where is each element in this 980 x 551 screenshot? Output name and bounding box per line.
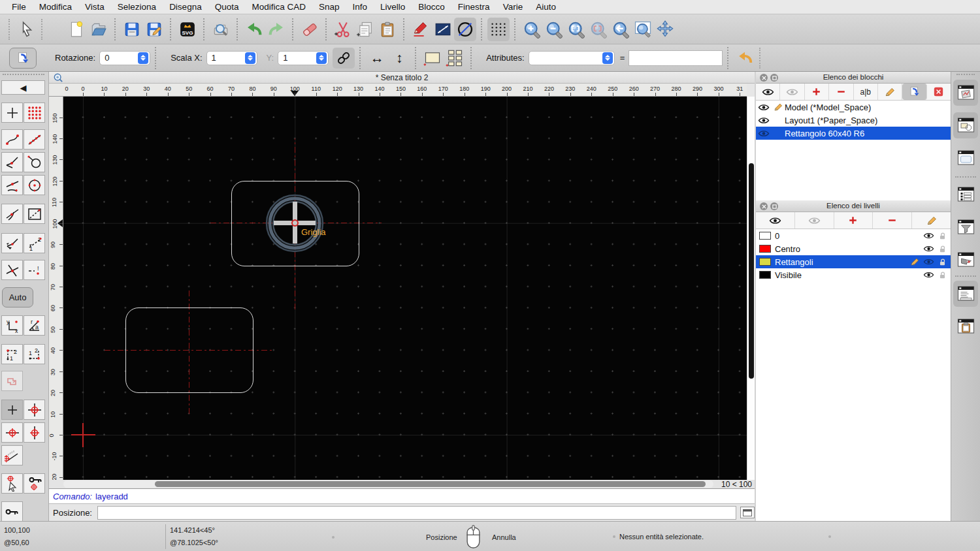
purge-block-button[interactable] (927, 84, 951, 100)
menu-item-aiuto[interactable]: Aiuto (529, 2, 563, 12)
rounded-rectangle-entity[interactable] (125, 307, 253, 393)
dock-toggle-block-list[interactable] (953, 80, 978, 106)
paste-button[interactable] (376, 18, 399, 41)
layer-lock-icon[interactable] (938, 245, 947, 253)
single-entity-button[interactable] (421, 46, 444, 70)
save-as-button[interactable] (143, 18, 165, 41)
flip-vertical-button[interactable]: ↕ (388, 46, 410, 70)
menu-item-vista[interactable]: Vista (78, 2, 111, 12)
visibility-eye-icon[interactable] (758, 129, 770, 138)
grid-toggle-button[interactable] (487, 18, 510, 41)
rotation-combobox[interactable]: 0 (99, 51, 150, 65)
lock-relative-zero-button[interactable] (24, 473, 45, 494)
back-button[interactable]: ◀ (1, 80, 45, 95)
snap-intersection-manual-button[interactable]: ! (24, 260, 45, 280)
flip-horizontal-button[interactable]: ↔ (366, 46, 388, 70)
visibility-eye-icon[interactable] (758, 116, 770, 125)
horizontal-scrollbar[interactable] (63, 480, 713, 488)
coordinate-cartesian-button[interactable]: yx (1, 315, 23, 336)
dock-toggle-library-browser[interactable] (953, 112, 978, 138)
selection-arrow-icon[interactable] (16, 18, 38, 41)
cad-toolbar-back-button[interactable] (9, 48, 37, 69)
remove-layer-button[interactable] (873, 212, 912, 228)
add-block-button[interactable] (805, 84, 829, 100)
restrict-horizontal-button[interactable] (1, 422, 23, 443)
dock-toggle-preview[interactable] (953, 145, 978, 171)
layer-list-item[interactable]: 0 (756, 229, 951, 242)
copy-button[interactable] (354, 18, 376, 41)
restrict-nothing-button[interactable] (1, 400, 23, 420)
print-preview-button[interactable] (210, 18, 232, 41)
restriction-info-button[interactable] (1, 371, 23, 391)
menu-item-varie[interactable]: Varie (497, 2, 530, 12)
snap-grid-button[interactable] (24, 102, 45, 123)
snap-perpendicular-button[interactable] (1, 152, 23, 172)
scale-y-combobox[interactable]: 1 (278, 51, 329, 65)
menu-item-seleziona[interactable]: Seleziona (111, 2, 163, 12)
set-relative-zero-button[interactable] (1, 501, 23, 522)
pick-coordinate-button[interactable] (1, 473, 23, 494)
line-tool-button[interactable] (432, 18, 454, 41)
zoom-auto-button[interactable] (565, 18, 587, 41)
command-window-toggle-button[interactable] (740, 507, 755, 518)
scale-x-combobox[interactable]: 1 (206, 51, 257, 65)
dock-toggle-list-view[interactable] (953, 181, 978, 208)
dock-toggle-command-line[interactable] (953, 281, 978, 307)
insert-block-button[interactable] (902, 84, 926, 100)
layer-visibility-eye-icon[interactable] (923, 245, 934, 253)
menu-item-modifica[interactable]: Modifica (33, 2, 78, 12)
snap-restriction-button[interactable] (1, 233, 23, 253)
block-list-item[interactable]: Model (*Model_Space) (756, 101, 951, 114)
snap-auto-button[interactable] (24, 152, 45, 172)
snap-center-button[interactable] (24, 175, 45, 195)
snap-intersection-button[interactable] (1, 260, 23, 280)
position-input[interactable] (97, 506, 736, 520)
layer-list-item[interactable]: Rettangoli (756, 255, 951, 268)
attributes-combobox[interactable] (529, 51, 615, 65)
auto-snap-button[interactable]: Auto (2, 287, 33, 307)
menu-item-snap[interactable]: Snap (312, 2, 346, 12)
coordinate-relative-button[interactable]: 12 (1, 344, 23, 364)
layer-list-item[interactable]: Centro (756, 242, 951, 255)
open-document-button[interactable] (88, 18, 110, 41)
menu-item-disegna[interactable]: Disegna (163, 2, 208, 12)
hide-all-blocks-button[interactable] (780, 84, 804, 100)
menu-item-finestra[interactable]: Finestra (451, 2, 497, 12)
vertical-scrollbar[interactable] (747, 97, 755, 480)
cut-button[interactable] (332, 18, 354, 41)
menu-item-quota[interactable]: Quota (208, 2, 246, 12)
show-all-layers-button[interactable] (756, 212, 795, 228)
rename-block-button[interactable]: a|b (854, 84, 878, 100)
keep-proportions-chain-button[interactable] (333, 48, 355, 69)
dock-toggle-selection-filter[interactable] (953, 214, 978, 240)
new-document-button[interactable] (65, 18, 88, 41)
menu-item-blocco[interactable]: Blocco (412, 2, 451, 12)
zoom-out-button[interactable] (543, 18, 565, 41)
menu-item-modifica-cad[interactable]: Modifica CAD (245, 2, 312, 12)
menu-item-livello[interactable]: Livello (374, 2, 412, 12)
draft-mode-button[interactable] (454, 18, 476, 41)
edit-pencil-button[interactable] (410, 18, 432, 41)
block-list-item[interactable]: Rettangolo 60x40 R6 (756, 127, 951, 140)
snap-endpoints-button[interactable] (1, 129, 23, 150)
redo-button[interactable] (265, 18, 287, 41)
menu-item-file[interactable]: File (5, 2, 33, 12)
undo-button[interactable] (243, 18, 265, 41)
zoom-window-button[interactable] (632, 18, 654, 41)
zoom-in-button[interactable] (521, 18, 543, 41)
angle-measure-button[interactable] (1, 445, 23, 465)
hide-all-layers-button[interactable] (795, 212, 834, 228)
attribute-value-input[interactable] (629, 50, 723, 66)
remove-block-button[interactable] (829, 84, 853, 100)
zoom-previous-button[interactable] (587, 18, 610, 41)
snap-distance-button[interactable]: 12 (24, 233, 45, 253)
zoom-pan-button[interactable] (654, 18, 676, 41)
reset-options-button[interactable] (734, 46, 756, 70)
snap-reference-button[interactable] (24, 204, 45, 224)
save-button[interactable] (121, 18, 143, 41)
drawing-canvas[interactable]: Griglia (63, 97, 747, 480)
layer-lock-icon[interactable] (938, 258, 947, 266)
layer-visibility-eye-icon[interactable] (923, 271, 934, 279)
visibility-eye-icon[interactable] (758, 103, 770, 112)
document-titlebar[interactable]: * Senza titolo 2 (49, 72, 755, 84)
